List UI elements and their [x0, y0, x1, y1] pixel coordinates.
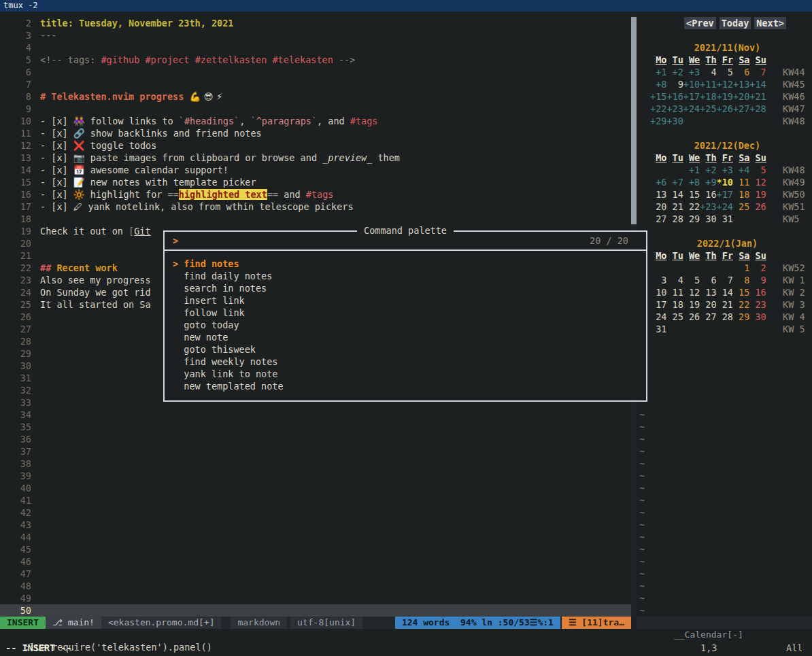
- editor-line[interactable]: 17- [x] 🖊 yank notelink, also from wthin…: [0, 201, 631, 213]
- editor-line[interactable]: 49: [0, 592, 631, 604]
- calendar-day[interactable]: 16: [749, 287, 766, 298]
- text-segment[interactable]: <!-- tags:: [40, 54, 101, 65]
- editor-line[interactable]: 37: [0, 445, 631, 458]
- palette-item[interactable]: insert link: [173, 294, 646, 307]
- text-segment[interactable]: - [x]: [40, 140, 73, 151]
- editor-line[interactable]: 15- [x] 📝 new notes with template picker: [0, 176, 631, 188]
- text-segment[interactable]: `: [179, 116, 184, 126]
- palette-item-label[interactable]: yank link to note: [184, 368, 277, 379]
- calendar-day[interactable]: 6: [700, 275, 716, 286]
- calendar-day[interactable]: 30: [700, 213, 716, 224]
- calendar-day[interactable]: +24: [717, 201, 733, 212]
- editor-line[interactable]: 2title: Tuesday, November 23th, 2021: [0, 17, 631, 29]
- editor-line-text[interactable]: ## Recent work: [40, 262, 118, 274]
- scrollbar-thumb[interactable]: [631, 17, 637, 224]
- palette-item-label[interactable]: find notes: [184, 258, 239, 269]
- calendar-day[interactable]: 14: [717, 287, 733, 298]
- calendar-day[interactable]: +8: [683, 177, 700, 188]
- palette-item[interactable]: follow link: [173, 307, 646, 319]
- editor-line[interactable]: 3---: [0, 29, 631, 41]
- calendar-day[interactable]: +3: [683, 67, 700, 77]
- text-segment[interactable]: toggle todos: [85, 140, 157, 151]
- calendar-day[interactable]: 7: [749, 67, 766, 77]
- palette-item-label[interactable]: find weekly notes: [184, 356, 277, 367]
- palette-item[interactable]: find daily notes: [173, 270, 646, 282]
- calendar-day[interactable]: 19: [749, 189, 766, 200]
- emoji[interactable]: 📷: [73, 152, 85, 163]
- calendar-day[interactable]: 23: [749, 299, 766, 310]
- editor-line[interactable]: 48: [0, 580, 631, 592]
- text-segment[interactable]: #github: [101, 54, 139, 65]
- calendar-day[interactable]: +30: [666, 116, 683, 126]
- text-segment[interactable]: #zettelkasten: [195, 54, 267, 65]
- editor-line-text[interactable]: Also see my progress: [40, 274, 151, 286]
- calendar-day[interactable]: 1: [733, 262, 749, 273]
- calendar-day[interactable]: +17: [683, 91, 700, 102]
- editor-line-text[interactable]: <!-- tags: #github #project #zettelkaste…: [40, 54, 355, 66]
- text-segment[interactable]: _preview_: [322, 152, 372, 163]
- calendar-day[interactable]: 12: [683, 287, 700, 298]
- calendar-day[interactable]: 20: [700, 299, 716, 310]
- calendar-day[interactable]: +2: [666, 67, 683, 77]
- text-segment[interactable]: It all started on Sa: [40, 299, 151, 310]
- text-segment[interactable]: ,: [239, 116, 250, 126]
- text-segment[interactable]: Check it out on: [40, 226, 129, 237]
- calendar-day[interactable]: +16: [666, 91, 683, 102]
- text-segment[interactable]: `: [251, 116, 256, 126]
- palette-item[interactable]: goto today: [173, 319, 646, 331]
- palette-item[interactable]: yank link to note: [173, 368, 646, 380]
- text-segment[interactable]: `: [311, 116, 317, 126]
- text-segment[interactable]: Recent work: [56, 262, 117, 273]
- palette-item[interactable]: new note: [173, 331, 646, 343]
- emoji[interactable]: ❌: [73, 140, 85, 151]
- editor-line-text[interactable]: On Sunday we got rid: [40, 286, 151, 298]
- editor-line[interactable]: 42: [0, 506, 631, 519]
- text-segment[interactable]: - [x]: [40, 116, 73, 126]
- emoji[interactable]: 💪 😎 ⚡: [189, 91, 222, 102]
- text-segment[interactable]: awesome calendar support!: [85, 165, 229, 175]
- editor-line[interactable]: 45: [0, 543, 631, 555]
- calendar-day[interactable]: 31: [650, 324, 666, 334]
- editor-line-text[interactable]: - [x] ❌ toggle todos: [40, 139, 156, 152]
- calendar-day[interactable]: 24: [650, 311, 666, 322]
- editor-line[interactable]: 5<!-- tags: #github #project #zettelkast…: [0, 54, 631, 66]
- calendar-day[interactable]: 29: [683, 213, 700, 224]
- editor-line-text[interactable]: - [x] 🖊 yank notelink, also from wthin t…: [40, 201, 354, 213]
- text-segment[interactable]: On Sunday we got rid: [40, 287, 151, 298]
- editor-line-text[interactable]: - [x] 📷 paste images from clipboard or b…: [40, 152, 400, 164]
- calendar-day[interactable]: +12: [717, 79, 733, 90]
- palette-item-label[interactable]: insert link: [184, 295, 244, 306]
- calendar-day[interactable]: +27: [733, 103, 749, 114]
- palette-item-label[interactable]: new templated note: [184, 381, 283, 392]
- calendar-day[interactable]: +1: [650, 67, 666, 77]
- palette-item-label[interactable]: goto today: [184, 320, 239, 330]
- calendar-day[interactable]: 12: [749, 177, 766, 188]
- palette-item-label[interactable]: search in notes: [184, 283, 267, 294]
- text-segment[interactable]: -->: [333, 54, 356, 65]
- calendar-day[interactable]: +14: [749, 79, 766, 90]
- calendar-day[interactable]: +2: [700, 165, 716, 175]
- editor-line[interactable]: 12- [x] ❌ toggle todos: [0, 139, 631, 152]
- editor-line-text[interactable]: Check it out on [Git: [40, 225, 151, 237]
- calendar-day[interactable]: 2: [749, 262, 766, 273]
- palette-item-label[interactable]: goto thisweek: [184, 344, 256, 355]
- text-segment[interactable]: show backlinks and friend notes: [85, 128, 262, 139]
- calendar-day[interactable]: +7: [666, 177, 683, 188]
- calendar-day[interactable]: 28: [666, 213, 683, 224]
- calendar-day[interactable]: *10: [717, 177, 733, 188]
- text-segment[interactable]: title: Tuesday, November 23th, 2021: [40, 18, 233, 29]
- calendar-day[interactable]: 8: [733, 275, 749, 286]
- calendar-day[interactable]: +4: [733, 165, 749, 175]
- editor-line[interactable]: 14- [x] 📅 awesome calendar support!: [0, 164, 631, 176]
- editor-line-text[interactable]: title: Tuesday, November 23th, 2021: [40, 17, 233, 29]
- editor-line[interactable]: 8# Telekasten.nvim progress 💪 😎 ⚡: [0, 90, 631, 103]
- calendar-day[interactable]: +21: [749, 91, 766, 102]
- editor-line[interactable]: 38: [0, 458, 631, 470]
- calendar-day[interactable]: +9: [700, 177, 716, 188]
- calendar-day[interactable]: 21: [717, 299, 733, 310]
- editor-line-text[interactable]: It all started on Sa: [40, 298, 151, 311]
- calendar-day[interactable]: 5: [749, 165, 766, 175]
- calendar-day[interactable]: +6: [650, 177, 666, 188]
- text-segment[interactable]: paste images from clipboard or browse an…: [85, 152, 323, 163]
- text-segment[interactable]: - [x]: [40, 177, 73, 188]
